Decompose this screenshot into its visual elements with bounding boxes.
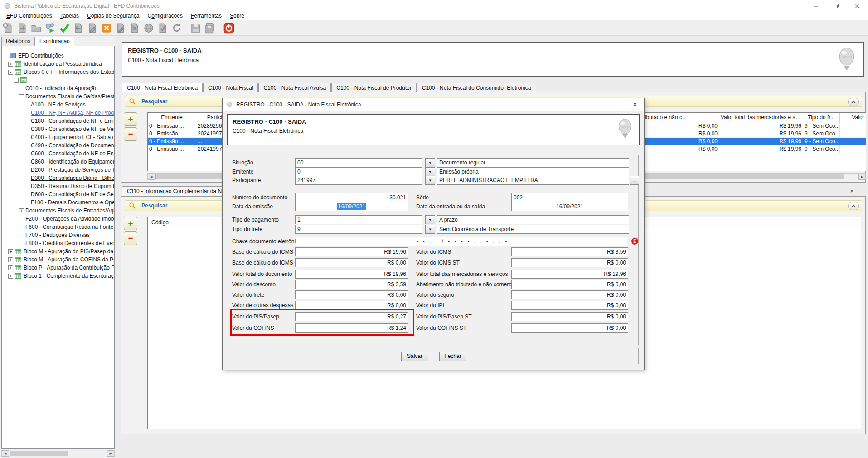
new-record-icon[interactable] — [2, 22, 15, 34]
tree-item-label[interactable]: Documentos Fiscais de Saídas/Prestação d… — [25, 92, 115, 101]
menu-efd-contribui-es[interactable]: EFD Contribuições — [2, 11, 56, 20]
tipo-pagamento-code-input[interactable]: 1 — [295, 215, 422, 224]
tree-item-label[interactable]: C380 - Consolidação de NF de Vendas — [31, 125, 115, 133]
verify-record-icon[interactable] — [156, 22, 169, 34]
collapse-chevron-icon[interactable] — [848, 202, 859, 210]
tree-item[interactable]: F800 - Créditos Decorrentes de Eventos — [2, 239, 114, 247]
sign-record-icon[interactable] — [86, 22, 99, 34]
delete-saved-icon[interactable] — [128, 22, 141, 34]
amount-input[interactable]: R$ 19,96 — [511, 270, 628, 279]
collapse-icon[interactable]: - — [14, 78, 19, 83]
close-icon[interactable] — [847, 0, 868, 11]
emitente-dropdown-icon[interactable]: ▼ — [425, 167, 435, 176]
amount-input[interactable]: R$ 19,96 — [295, 270, 408, 279]
emitente-code-input[interactable]: 0 — [295, 167, 422, 176]
numero-documento-input[interactable]: 30.021 — [295, 193, 408, 202]
data-emissao-input[interactable]: 16/09/2021 — [295, 202, 408, 211]
save-icon[interactable] — [189, 22, 202, 34]
cancel-record-icon[interactable] — [100, 22, 113, 34]
remove-record-button[interactable]: − — [124, 127, 137, 141]
scroll-right-icon[interactable]: ► — [858, 174, 866, 180]
participante-description-input[interactable]: PERFIL ADMINISTRACAO E EMP LTDA — [437, 176, 629, 185]
data-entrada-input[interactable]: 16/09/2021 — [511, 202, 628, 211]
close-panel-icon[interactable]: × — [848, 188, 855, 195]
amount-input[interactable]: R$ 0,00 — [511, 301, 628, 310]
tipo-frete-description-input[interactable]: Sem Ocorrência de Transporte — [437, 225, 629, 234]
amount-input[interactable]: R$ 1,24 — [295, 323, 408, 333]
amount-input[interactable]: R$ 0,00 — [511, 323, 628, 333]
expand-icon[interactable]: + — [8, 265, 13, 270]
amount-input[interactable]: R$ 0,00 — [511, 290, 628, 299]
amount-input[interactable]: R$ 0,00 — [295, 301, 408, 310]
amount-input[interactable]: R$ 3,59 — [295, 280, 408, 289]
amount-input[interactable]: R$ 0,00 — [295, 258, 408, 267]
tree-item[interactable]: F100 - Demais Documentos e Operações — [2, 198, 114, 207]
tree-item[interactable]: C100 - NF, NF Avulsa, NF de Produtor — [2, 109, 114, 117]
tree-item[interactable]: +Identificação da Pessoa Jurídica — [2, 60, 114, 68]
sidebar-tab-escrituração[interactable]: Escrituração — [35, 37, 74, 46]
generate-process-icon[interactable] — [44, 22, 57, 34]
situacao-dropdown-icon[interactable]: ▼ — [425, 158, 435, 167]
column-header[interactable]: Tipo do fr... — [803, 113, 840, 122]
column-header[interactable]: Emitente — [148, 113, 196, 122]
tree-item[interactable]: D350 - Resumo Diário de Cupom Fiscal — [2, 182, 114, 190]
participante-dropdown-icon[interactable]: ▼ — [425, 176, 435, 185]
tree-item-label[interactable]: Bloco M - Apuração da COFINS da Pessoa J… — [24, 256, 115, 264]
tree-item[interactable]: +Bloco M - Apuração da COFINS da Pessoa … — [2, 256, 114, 264]
amount-input[interactable]: R$ 0,00 — [511, 258, 628, 267]
tree-item[interactable]: C600 - Consolidação de NF de Energia — [2, 149, 114, 158]
tab-c100-nota-fiscal[interactable]: C100 - Nota Fiscal — [203, 83, 258, 92]
scroll-thumb[interactable] — [10, 451, 68, 456]
edit-saved-icon[interactable] — [114, 22, 127, 34]
tree-item[interactable]: +Documentos Fiscais de Entradas/Aquisiçõ… — [2, 207, 114, 215]
tree-item[interactable]: C010 - Indicador da Apuração — [2, 84, 114, 92]
tipo-frete-code-input[interactable]: 9 — [295, 225, 422, 234]
tab-c100-nota-fiscal-do-consumidor-eletr-nica[interactable]: C100 - Nota Fiscal do Consumidor Eletrôn… — [417, 83, 536, 92]
tree-item-label[interactable]: F100 - Demais Documentos e Operações — [31, 198, 115, 207]
tree-item[interactable]: C860 - Identificação do Equipamento — [2, 158, 114, 166]
tipo-frete-dropdown-icon[interactable]: ▼ — [425, 225, 435, 234]
serie-input[interactable]: 002 — [511, 193, 628, 202]
scroll-left-icon[interactable]: ◄ — [2, 450, 9, 457]
tree-item[interactable]: +Bloco M - Apuração do PIS/Pasep da Pess… — [2, 247, 114, 256]
add-record-button[interactable]: + — [124, 112, 137, 126]
tree-item-label[interactable]: F700 - Deduções Diversas — [25, 231, 90, 239]
chave-documento-input[interactable]: - - . . / - - - - . . - . . - — [296, 237, 627, 246]
amount-input[interactable]: R$ 0,00 — [511, 280, 628, 289]
tree-item[interactable]: D600 - Consolidação de NF de Serviços — [2, 190, 114, 198]
column-header[interactable]: Valor total das mercadorias e se... — [719, 113, 803, 122]
tree-item[interactable]: +Bloco 1 - Complemento da Escrituração — [2, 272, 114, 280]
save-button[interactable]: Salvar — [401, 352, 428, 361]
amount-input[interactable]: R$ 3,59 — [511, 247, 628, 256]
tree-item-label[interactable]: D300 - Consolidação Diária - Bilhetes — [31, 174, 115, 182]
scroll-right-icon[interactable]: ► — [107, 450, 114, 457]
restore-icon[interactable] — [826, 0, 847, 11]
tree-item-label[interactable]: C010 - Indicador da Apuração — [25, 84, 97, 92]
amount-input[interactable]: R$ 0,00 — [511, 312, 628, 321]
tree-item-label[interactable]: D600 - Consolidação de NF de Serviços — [31, 190, 115, 198]
tree-item-label[interactable]: C400 - Equipamento ECF- Saída de Mercado… — [31, 133, 115, 141]
search-label[interactable]: Pesquisar — [141, 98, 167, 105]
column-header[interactable]: Valor — [840, 113, 866, 122]
tree-item[interactable]: F600 - Contribuição Retida na Fonte — [2, 223, 114, 231]
tree-item-label[interactable]: F200 - Operações da Atividade Imobiliári… — [25, 215, 115, 223]
tree-item-label[interactable]: C860 - Identificação do Equipamento — [31, 158, 115, 166]
dialog-titlebar[interactable]: REGISTRO - C100 - SAIDA - Nota Fiscal El… — [223, 98, 644, 111]
expand-icon[interactable]: + — [19, 208, 24, 213]
import-record-icon[interactable] — [72, 22, 85, 34]
tree-item-label[interactable]: A100 - NF de Serviços — [31, 101, 86, 109]
tab-c100-nota-fiscal-eletr-nica[interactable]: C100 - Nota Fiscal Eletrônica — [122, 83, 203, 92]
participante-browse-button[interactable]: ... — [630, 176, 639, 185]
situacao-description-input[interactable]: Documento regular — [437, 158, 629, 167]
menu-tabelas[interactable]: Tabelas — [56, 11, 83, 20]
tab-c100-nota-fiscal-de-produtor[interactable]: C100 - Nota Fiscal de Produtor — [331, 83, 416, 92]
tree-item[interactable]: F200 - Operações da Atividade Imobiliári… — [2, 215, 114, 223]
tree-item-label[interactable]: D350 - Resumo Diário de Cupom Fiscal — [31, 182, 115, 190]
collapse-chevron-icon[interactable] — [848, 98, 859, 106]
expand-icon[interactable]: + — [8, 62, 13, 67]
close-button[interactable]: Fechar — [439, 352, 466, 361]
tree-item[interactable]: C380 - Consolidação de NF de Vendas — [2, 125, 114, 133]
tree-item-label[interactable]: C180 - Consolidação de NF-e Emitidas — [31, 117, 115, 125]
tree-item[interactable]: C180 - Consolidação de NF-e Emitidas — [2, 117, 114, 125]
save-copy-icon[interactable] — [204, 22, 216, 34]
